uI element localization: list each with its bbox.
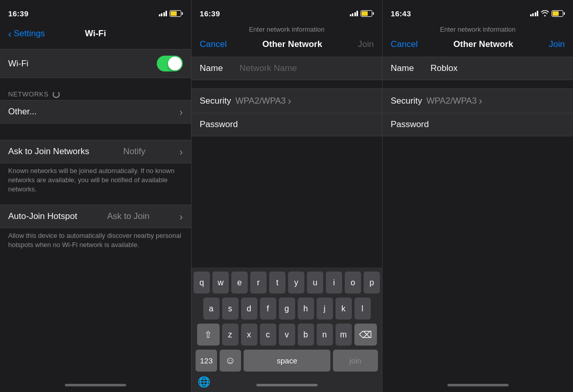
key-k[interactable]: k [336, 298, 352, 320]
key-r[interactable]: r [250, 272, 267, 293]
wifi-toggle-row: Wi-Fi [0, 49, 191, 78]
key-m[interactable]: m [336, 324, 352, 346]
cancel-button-3[interactable]: Cancel [391, 39, 418, 50]
home-bar-1 [65, 384, 126, 386]
ask-join-row[interactable]: Ask to Join Networks Notify [0, 140, 191, 163]
key-d[interactable]: d [241, 298, 257, 320]
networks-section: Other... [0, 100, 191, 124]
key-w[interactable]: w [212, 272, 229, 293]
wifi-settings-panel: 16:39 ‹ Settings Wi-Fi Wi-Fi [0, 0, 191, 392]
name-label-2: Name [200, 63, 235, 74]
security-chevron-2: › [288, 95, 292, 107]
name-row-3: Name Roblox [383, 57, 573, 80]
shift-key[interactable]: ⇧ [197, 324, 220, 346]
join-button-3[interactable]: Join [549, 39, 565, 50]
time-1: 16:39 [8, 9, 29, 18]
auto-join-label: Auto-Join Hotspot [8, 211, 77, 222]
home-indicator-3 [383, 378, 573, 392]
key-o[interactable]: o [345, 272, 361, 293]
key-v[interactable]: v [279, 324, 295, 346]
form-spacer-3 [383, 144, 573, 378]
loading-spinner [53, 91, 60, 98]
key-f[interactable]: f [260, 298, 276, 320]
auto-join-row[interactable]: Auto-Join Hotspot Ask to Join [0, 205, 191, 228]
key-i[interactable]: i [326, 272, 342, 293]
sheet-title-3: Enter network information [383, 22, 573, 34]
auto-join-value: Ask to Join [107, 211, 150, 222]
key-e[interactable]: e [231, 272, 248, 293]
password-label-3: Password [391, 119, 429, 130]
ask-join-section: Ask to Join Networks Notify [0, 140, 191, 163]
numbers-key[interactable]: 123 [196, 350, 217, 372]
security-row-2[interactable]: Security WPA2/WPA3 › [192, 89, 382, 113]
home-indicator-1 [0, 378, 191, 392]
ask-join-label: Ask to Join Networks [8, 146, 89, 157]
nav-bar-1: ‹ Settings Wi-Fi [0, 22, 191, 45]
security-label-3: Security [391, 96, 426, 106]
globe-icon-2[interactable]: 🌐 [198, 376, 210, 388]
status-icons-1 [159, 10, 183, 17]
home-bar-3 [447, 384, 509, 386]
form-section-security-3: Security WPA2/WPA3 › Password [383, 88, 573, 136]
spacer-2 [0, 124, 191, 136]
battery-icon-2 [361, 10, 374, 17]
keyboard-row-1: q w e r t y u i o p [194, 272, 380, 293]
toggle-knob [168, 57, 182, 70]
password-row-2[interactable]: Password [192, 113, 382, 136]
ask-join-value: Notify [123, 146, 145, 157]
battery-icon-1 [170, 10, 183, 17]
wifi-toggle[interactable] [157, 56, 183, 71]
name-input-2[interactable] [235, 63, 374, 74]
nav-title-1: Wi-Fi [85, 29, 106, 39]
keyboard-row-3: ⇧ z x c v b n m ⌫ [194, 324, 380, 346]
security-value-2: WPA2/WPA3 [235, 96, 286, 106]
sheet-nav-3: Cancel Other Network Join [383, 34, 573, 57]
battery-icon-3 [552, 10, 565, 17]
other-label: Other... [8, 107, 37, 117]
time-3: 16:43 [391, 9, 411, 18]
space-key[interactable]: space [244, 350, 330, 372]
sheet-nav-2: Cancel Other Network Join [192, 34, 382, 57]
key-h[interactable]: h [298, 298, 314, 320]
signal-icon-2 [350, 11, 359, 16]
spacer-1 [0, 78, 191, 86]
key-n[interactable]: n [317, 324, 333, 346]
key-z[interactable]: z [222, 324, 238, 346]
join-key[interactable]: join [333, 350, 378, 372]
key-u[interactable]: u [307, 272, 323, 293]
key-q[interactable]: q [194, 272, 210, 293]
key-x[interactable]: x [241, 324, 257, 346]
key-l[interactable]: l [354, 298, 371, 320]
auto-join-description: Allow this device to automatically disco… [0, 228, 191, 256]
key-g[interactable]: g [279, 298, 295, 320]
security-label-2: Security [200, 96, 235, 106]
back-button-1[interactable]: ‹ Settings [8, 29, 45, 39]
key-c[interactable]: c [260, 324, 276, 346]
key-j[interactable]: j [317, 298, 333, 320]
back-label-1: Settings [14, 29, 45, 39]
password-label-2: Password [200, 119, 238, 130]
status-bar-3: 16:43 [383, 0, 573, 22]
key-a[interactable]: a [203, 298, 220, 320]
key-b[interactable]: b [298, 324, 314, 346]
signal-icon-1 [159, 11, 168, 16]
auto-join-section: Auto-Join Hotspot Ask to Join [0, 205, 191, 228]
security-chevron-3: › [479, 95, 483, 107]
key-s[interactable]: s [222, 298, 238, 320]
password-row-3[interactable]: Password [383, 113, 573, 136]
status-bar-1: 16:39 [0, 0, 191, 22]
signal-icon-3 [530, 11, 539, 16]
join-button-2[interactable]: Join [358, 39, 374, 50]
other-network-row[interactable]: Other... [0, 100, 191, 124]
key-t[interactable]: t [269, 272, 285, 293]
other-network-panel-2: 16:43 Enter network information [382, 0, 573, 392]
status-icons-2 [350, 10, 374, 17]
keyboard-row-2: a s d f g h j k l [194, 298, 380, 320]
security-row-3[interactable]: Security WPA2/WPA3 › [383, 89, 573, 113]
cancel-button-2[interactable]: Cancel [200, 39, 227, 50]
key-y[interactable]: y [288, 272, 304, 293]
emoji-key[interactable]: ☺ [220, 350, 241, 372]
key-p[interactable]: p [364, 272, 380, 293]
delete-key[interactable]: ⌫ [354, 324, 377, 346]
form-section-2: Name [192, 57, 382, 80]
